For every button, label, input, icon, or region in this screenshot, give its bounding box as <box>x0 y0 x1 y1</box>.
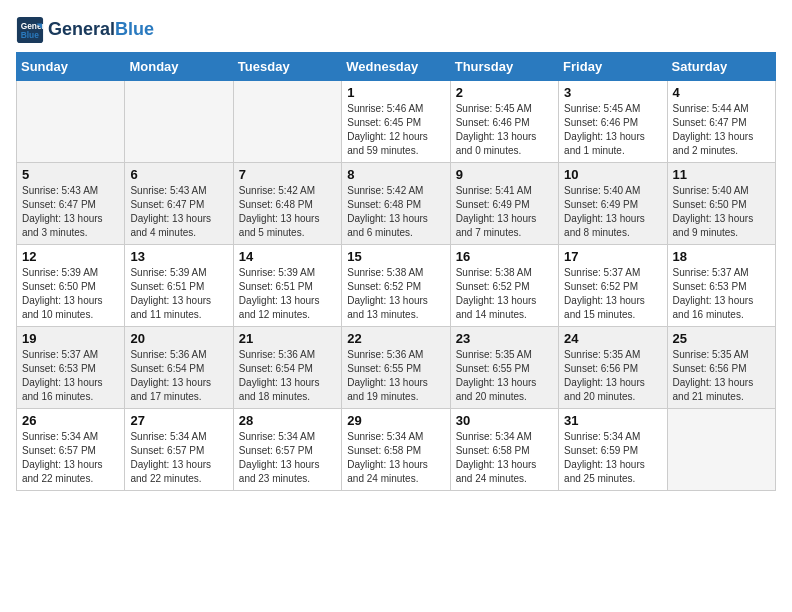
day-info: Sunrise: 5:39 AM Sunset: 6:50 PM Dayligh… <box>22 266 119 322</box>
calendar-week-row: 5Sunrise: 5:43 AM Sunset: 6:47 PM Daylig… <box>17 163 776 245</box>
day-info: Sunrise: 5:42 AM Sunset: 6:48 PM Dayligh… <box>239 184 336 240</box>
day-number: 3 <box>564 85 661 100</box>
day-info: Sunrise: 5:35 AM Sunset: 6:56 PM Dayligh… <box>564 348 661 404</box>
day-number: 22 <box>347 331 444 346</box>
calendar-cell: 8Sunrise: 5:42 AM Sunset: 6:48 PM Daylig… <box>342 163 450 245</box>
day-info: Sunrise: 5:38 AM Sunset: 6:52 PM Dayligh… <box>347 266 444 322</box>
day-info: Sunrise: 5:40 AM Sunset: 6:49 PM Dayligh… <box>564 184 661 240</box>
column-header-friday: Friday <box>559 53 667 81</box>
calendar-table: SundayMondayTuesdayWednesdayThursdayFrid… <box>16 52 776 491</box>
calendar-header-row: SundayMondayTuesdayWednesdayThursdayFrid… <box>17 53 776 81</box>
day-number: 29 <box>347 413 444 428</box>
day-number: 24 <box>564 331 661 346</box>
calendar-cell <box>17 81 125 163</box>
day-number: 12 <box>22 249 119 264</box>
day-number: 5 <box>22 167 119 182</box>
day-number: 25 <box>673 331 770 346</box>
column-header-tuesday: Tuesday <box>233 53 341 81</box>
calendar-cell: 24Sunrise: 5:35 AM Sunset: 6:56 PM Dayli… <box>559 327 667 409</box>
calendar-cell: 16Sunrise: 5:38 AM Sunset: 6:52 PM Dayli… <box>450 245 558 327</box>
calendar-week-row: 1Sunrise: 5:46 AM Sunset: 6:45 PM Daylig… <box>17 81 776 163</box>
day-number: 1 <box>347 85 444 100</box>
day-info: Sunrise: 5:37 AM Sunset: 6:53 PM Dayligh… <box>673 266 770 322</box>
day-number: 31 <box>564 413 661 428</box>
day-number: 21 <box>239 331 336 346</box>
day-info: Sunrise: 5:36 AM Sunset: 6:54 PM Dayligh… <box>130 348 227 404</box>
calendar-cell <box>667 409 775 491</box>
day-number: 28 <box>239 413 336 428</box>
day-info: Sunrise: 5:34 AM Sunset: 6:57 PM Dayligh… <box>130 430 227 486</box>
calendar-cell: 28Sunrise: 5:34 AM Sunset: 6:57 PM Dayli… <box>233 409 341 491</box>
day-info: Sunrise: 5:37 AM Sunset: 6:52 PM Dayligh… <box>564 266 661 322</box>
day-number: 15 <box>347 249 444 264</box>
calendar-cell: 3Sunrise: 5:45 AM Sunset: 6:46 PM Daylig… <box>559 81 667 163</box>
day-info: Sunrise: 5:36 AM Sunset: 6:54 PM Dayligh… <box>239 348 336 404</box>
calendar-week-row: 12Sunrise: 5:39 AM Sunset: 6:50 PM Dayli… <box>17 245 776 327</box>
day-number: 6 <box>130 167 227 182</box>
day-info: Sunrise: 5:41 AM Sunset: 6:49 PM Dayligh… <box>456 184 553 240</box>
column-header-monday: Monday <box>125 53 233 81</box>
calendar-cell: 12Sunrise: 5:39 AM Sunset: 6:50 PM Dayli… <box>17 245 125 327</box>
calendar-week-row: 26Sunrise: 5:34 AM Sunset: 6:57 PM Dayli… <box>17 409 776 491</box>
calendar-cell: 20Sunrise: 5:36 AM Sunset: 6:54 PM Dayli… <box>125 327 233 409</box>
logo-text: GeneralBlue <box>48 20 154 40</box>
day-number: 10 <box>564 167 661 182</box>
day-number: 23 <box>456 331 553 346</box>
day-number: 20 <box>130 331 227 346</box>
calendar-cell: 23Sunrise: 5:35 AM Sunset: 6:55 PM Dayli… <box>450 327 558 409</box>
calendar-cell: 2Sunrise: 5:45 AM Sunset: 6:46 PM Daylig… <box>450 81 558 163</box>
calendar-cell: 13Sunrise: 5:39 AM Sunset: 6:51 PM Dayli… <box>125 245 233 327</box>
calendar-cell: 6Sunrise: 5:43 AM Sunset: 6:47 PM Daylig… <box>125 163 233 245</box>
day-info: Sunrise: 5:39 AM Sunset: 6:51 PM Dayligh… <box>130 266 227 322</box>
day-number: 16 <box>456 249 553 264</box>
day-info: Sunrise: 5:44 AM Sunset: 6:47 PM Dayligh… <box>673 102 770 158</box>
day-info: Sunrise: 5:43 AM Sunset: 6:47 PM Dayligh… <box>130 184 227 240</box>
calendar-cell: 9Sunrise: 5:41 AM Sunset: 6:49 PM Daylig… <box>450 163 558 245</box>
day-info: Sunrise: 5:43 AM Sunset: 6:47 PM Dayligh… <box>22 184 119 240</box>
day-number: 13 <box>130 249 227 264</box>
day-number: 8 <box>347 167 444 182</box>
day-info: Sunrise: 5:40 AM Sunset: 6:50 PM Dayligh… <box>673 184 770 240</box>
calendar-cell: 7Sunrise: 5:42 AM Sunset: 6:48 PM Daylig… <box>233 163 341 245</box>
logo: General Blue GeneralBlue <box>16 16 154 44</box>
day-info: Sunrise: 5:36 AM Sunset: 6:55 PM Dayligh… <box>347 348 444 404</box>
calendar-cell: 14Sunrise: 5:39 AM Sunset: 6:51 PM Dayli… <box>233 245 341 327</box>
calendar-cell: 31Sunrise: 5:34 AM Sunset: 6:59 PM Dayli… <box>559 409 667 491</box>
column-header-saturday: Saturday <box>667 53 775 81</box>
day-number: 26 <box>22 413 119 428</box>
calendar-cell <box>233 81 341 163</box>
day-info: Sunrise: 5:39 AM Sunset: 6:51 PM Dayligh… <box>239 266 336 322</box>
day-number: 30 <box>456 413 553 428</box>
day-info: Sunrise: 5:42 AM Sunset: 6:48 PM Dayligh… <box>347 184 444 240</box>
day-number: 4 <box>673 85 770 100</box>
calendar-cell: 25Sunrise: 5:35 AM Sunset: 6:56 PM Dayli… <box>667 327 775 409</box>
calendar-week-row: 19Sunrise: 5:37 AM Sunset: 6:53 PM Dayli… <box>17 327 776 409</box>
calendar-cell: 21Sunrise: 5:36 AM Sunset: 6:54 PM Dayli… <box>233 327 341 409</box>
day-info: Sunrise: 5:34 AM Sunset: 6:57 PM Dayligh… <box>22 430 119 486</box>
calendar-cell: 30Sunrise: 5:34 AM Sunset: 6:58 PM Dayli… <box>450 409 558 491</box>
calendar-cell: 11Sunrise: 5:40 AM Sunset: 6:50 PM Dayli… <box>667 163 775 245</box>
day-info: Sunrise: 5:45 AM Sunset: 6:46 PM Dayligh… <box>456 102 553 158</box>
day-info: Sunrise: 5:34 AM Sunset: 6:57 PM Dayligh… <box>239 430 336 486</box>
day-info: Sunrise: 5:38 AM Sunset: 6:52 PM Dayligh… <box>456 266 553 322</box>
day-info: Sunrise: 5:34 AM Sunset: 6:59 PM Dayligh… <box>564 430 661 486</box>
calendar-cell: 22Sunrise: 5:36 AM Sunset: 6:55 PM Dayli… <box>342 327 450 409</box>
column-header-thursday: Thursday <box>450 53 558 81</box>
day-number: 17 <box>564 249 661 264</box>
logo-icon: General Blue <box>16 16 44 44</box>
calendar-cell: 27Sunrise: 5:34 AM Sunset: 6:57 PM Dayli… <box>125 409 233 491</box>
calendar-cell: 26Sunrise: 5:34 AM Sunset: 6:57 PM Dayli… <box>17 409 125 491</box>
day-number: 7 <box>239 167 336 182</box>
calendar-cell: 4Sunrise: 5:44 AM Sunset: 6:47 PM Daylig… <box>667 81 775 163</box>
calendar-cell: 15Sunrise: 5:38 AM Sunset: 6:52 PM Dayli… <box>342 245 450 327</box>
day-number: 18 <box>673 249 770 264</box>
day-number: 9 <box>456 167 553 182</box>
calendar-cell: 10Sunrise: 5:40 AM Sunset: 6:49 PM Dayli… <box>559 163 667 245</box>
day-number: 2 <box>456 85 553 100</box>
calendar-cell: 5Sunrise: 5:43 AM Sunset: 6:47 PM Daylig… <box>17 163 125 245</box>
day-number: 19 <box>22 331 119 346</box>
day-number: 11 <box>673 167 770 182</box>
page-header: General Blue GeneralBlue <box>16 16 776 44</box>
day-info: Sunrise: 5:46 AM Sunset: 6:45 PM Dayligh… <box>347 102 444 158</box>
day-info: Sunrise: 5:45 AM Sunset: 6:46 PM Dayligh… <box>564 102 661 158</box>
